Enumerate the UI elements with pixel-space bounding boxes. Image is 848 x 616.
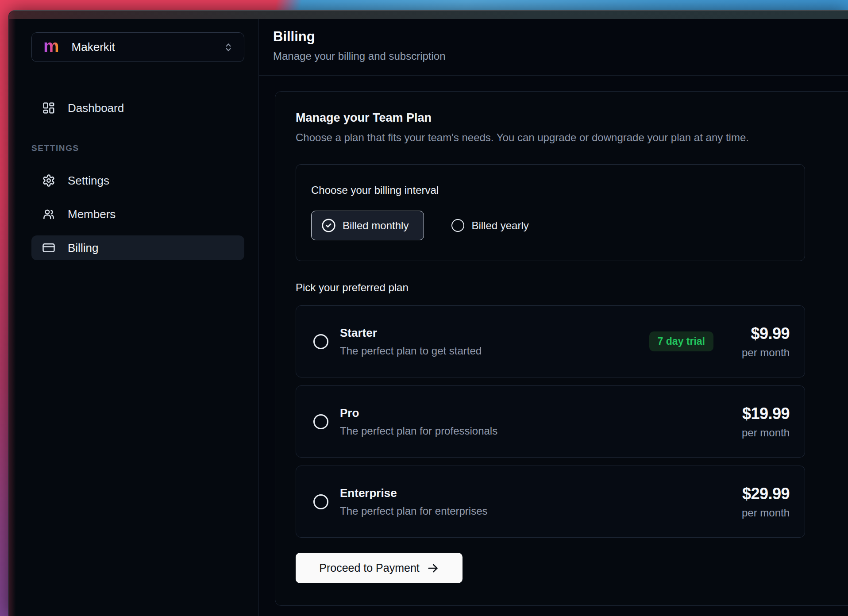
sidebar-item-settings[interactable]: Settings xyxy=(31,168,244,193)
workspace-name: Makerkit xyxy=(72,40,223,54)
plan-description: The perfect plan for enterprises xyxy=(340,505,723,517)
sidebar-item-label: Dashboard xyxy=(68,101,124,115)
sidebar-item-label: Members xyxy=(68,208,116,221)
plan-radio-pro[interactable] xyxy=(313,414,328,429)
sidebar-item-label: Settings xyxy=(68,174,109,188)
gear-icon xyxy=(42,174,55,187)
plan-info: Enterprise The perfect plan for enterpri… xyxy=(340,486,723,517)
sidebar-section-settings-label: SETTINGS xyxy=(31,143,244,153)
price-amount: $29.99 xyxy=(742,485,790,503)
proceed-to-payment-label: Proceed to Payment xyxy=(319,562,420,574)
sidebar-item-label: Billing xyxy=(68,241,98,255)
plan-radio-enterprise[interactable] xyxy=(313,494,328,509)
team-plan-card: Manage your Team Plan Choose a plan that… xyxy=(275,91,848,606)
arrow-right-icon xyxy=(427,562,439,574)
plan-name: Starter xyxy=(340,326,649,340)
price-amount: $9.99 xyxy=(751,324,790,343)
radio-circle-icon xyxy=(451,219,464,232)
plan-price: $9.99 per month xyxy=(723,324,790,359)
page-subtitle: Manage your billing and subscription xyxy=(273,50,848,62)
plan-list: Starter The perfect plan to get started … xyxy=(296,305,805,538)
users-icon xyxy=(42,208,55,221)
plan-card-starter[interactable]: Starter The perfect plan to get started … xyxy=(296,305,805,377)
page-header: Billing Manage your billing and subscrip… xyxy=(259,19,848,76)
plan-name: Pro xyxy=(340,406,723,420)
plan-card-pro[interactable]: Pro The perfect plan for professionals $… xyxy=(296,385,805,458)
billing-interval-label: Choose your billing interval xyxy=(311,184,787,196)
trial-badge: 7 day trial xyxy=(649,331,713,351)
plans-label: Pick your preferred plan xyxy=(296,281,847,294)
plan-price: $19.99 per month xyxy=(723,404,790,439)
sidebar: m Makerkit Dashboard SETTINGS xyxy=(9,19,259,616)
billing-interval-options: Billed monthly Billed yearly xyxy=(311,211,787,240)
credit-card-icon xyxy=(42,241,55,254)
makerkit-logo-icon: m xyxy=(43,37,59,55)
sidebar-nav: Dashboard SETTINGS Settings Members xyxy=(31,96,244,260)
plan-description: The perfect plan to get started xyxy=(340,345,649,357)
team-plan-description: Choose a plan that fits your team's need… xyxy=(296,131,847,144)
circle-check-icon xyxy=(321,218,336,233)
layout-dashboard-icon xyxy=(42,101,55,115)
billed-monthly-label: Billed monthly xyxy=(343,219,409,232)
billed-yearly-option[interactable]: Billed yearly xyxy=(451,219,528,232)
price-period: per month xyxy=(742,507,790,519)
plan-radio-starter[interactable] xyxy=(313,334,328,349)
sidebar-item-dashboard[interactable]: Dashboard xyxy=(31,96,244,120)
main-content: Billing Manage your billing and subscrip… xyxy=(259,19,848,616)
plan-info: Starter The perfect plan to get started xyxy=(340,326,649,357)
billed-yearly-label: Billed yearly xyxy=(471,219,528,232)
app-root: m Makerkit Dashboard SETTINGS xyxy=(9,19,848,616)
window-titlebar xyxy=(9,11,848,19)
plan-price: $29.99 per month xyxy=(723,485,790,519)
team-plan-title: Manage your Team Plan xyxy=(296,111,847,125)
plan-name: Enterprise xyxy=(340,486,723,500)
price-amount: $19.99 xyxy=(742,404,790,423)
billed-monthly-option[interactable]: Billed monthly xyxy=(311,211,424,240)
billing-interval-box: Choose your billing interval Billed mont… xyxy=(296,164,805,261)
proceed-to-payment-button[interactable]: Proceed to Payment xyxy=(296,553,463,583)
plan-card-enterprise[interactable]: Enterprise The perfect plan for enterpri… xyxy=(296,466,805,538)
chevrons-up-down-icon xyxy=(223,42,234,53)
sidebar-item-billing[interactable]: Billing xyxy=(31,235,244,260)
app-window: m Makerkit Dashboard SETTINGS xyxy=(8,10,848,616)
price-period: per month xyxy=(742,427,790,439)
plan-description: The perfect plan for professionals xyxy=(340,425,723,437)
price-period: per month xyxy=(742,346,790,359)
page-title: Billing xyxy=(273,29,848,45)
workspace-selector[interactable]: m Makerkit xyxy=(31,32,244,62)
plan-info: Pro The perfect plan for professionals xyxy=(340,406,723,437)
sidebar-item-members[interactable]: Members xyxy=(31,202,244,227)
